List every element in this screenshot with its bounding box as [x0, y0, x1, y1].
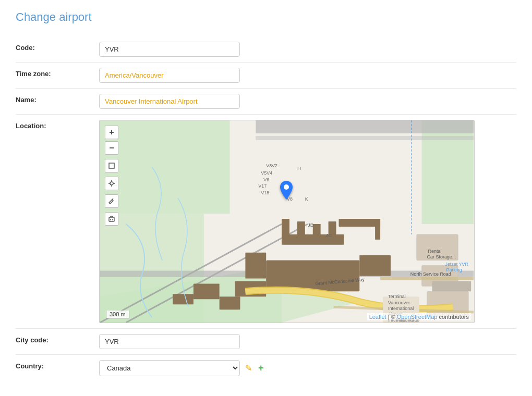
map-svg: V3V2 V5V4 V6 V17 V18 V7 V8 K JB JC H Van…: [100, 120, 474, 323]
edit-country-button[interactable]: ✎: [244, 362, 253, 374]
svg-rect-19: [338, 219, 380, 227]
svg-point-64: [284, 184, 289, 190]
svg-line-71: [112, 199, 113, 200]
country-wrapper: Canada United States ✎ +: [99, 360, 516, 376]
code-row: Code:: [16, 36, 516, 63]
fullscreen-button[interactable]: [105, 159, 118, 172]
delete-button[interactable]: [105, 212, 118, 226]
map-scale: 300 m: [106, 311, 129, 318]
svg-text:Car Storage...: Car Storage...: [427, 254, 456, 259]
svg-text:North Service Road: North Service Road: [410, 271, 451, 277]
page-title: Change airport: [16, 10, 516, 24]
airport-form: Code: Time zone: Name: Location:: [16, 36, 516, 381]
svg-text:International: International: [388, 306, 414, 311]
city-code-row: City code:: [16, 329, 516, 355]
map-marker: [280, 181, 293, 201]
svg-rect-16: [297, 221, 305, 236]
code-label: Code:: [16, 36, 99, 63]
svg-text:K: K: [305, 196, 308, 202]
city-code-label: City code:: [16, 329, 99, 355]
add-country-button[interactable]: +: [257, 362, 265, 375]
osm-link[interactable]: OpenStreetMap: [397, 314, 438, 320]
map-controls: + −: [105, 126, 118, 228]
svg-text:V3V2: V3V2: [266, 163, 277, 168]
country-select[interactable]: Canada United States: [99, 360, 240, 376]
svg-text:JB: JB: [308, 222, 314, 228]
city-code-field-cell: [99, 329, 516, 355]
svg-rect-28: [432, 281, 471, 291]
svg-text:Jetset YVR: Jetset YVR: [445, 262, 468, 267]
svg-rect-12: [245, 253, 266, 279]
zoom-out-button[interactable]: −: [105, 141, 118, 155]
svg-text:V17: V17: [258, 183, 267, 189]
svg-rect-22: [220, 296, 240, 310]
locate-button[interactable]: [105, 177, 118, 190]
svg-text:Vancouver: Vancouver: [388, 300, 410, 305]
timezone-label: Time zone:: [16, 63, 99, 89]
svg-text:Terminal: Terminal: [388, 294, 406, 299]
svg-rect-13: [359, 255, 391, 276]
svg-rect-15: [282, 219, 289, 237]
timezone-field-cell: [99, 63, 516, 89]
svg-text:Rental: Rental: [428, 249, 442, 254]
country-row: Country: Canada United States ✎ +: [16, 355, 516, 382]
svg-rect-24: [173, 294, 194, 304]
timezone-input[interactable]: [99, 68, 240, 83]
code-field-cell: [99, 36, 516, 63]
map-container[interactable]: V3V2 V5V4 V6 V17 V18 V7 V8 K JB JC H Van…: [99, 120, 475, 323]
code-input[interactable]: [99, 42, 240, 57]
svg-rect-9: [256, 120, 474, 133]
svg-text:V5V4: V5V4: [261, 170, 272, 176]
draw-button[interactable]: [105, 194, 118, 208]
svg-text:V6: V6: [263, 177, 269, 182]
city-code-input[interactable]: [99, 334, 240, 349]
name-label: Name:: [16, 89, 99, 115]
svg-rect-17: [313, 224, 321, 236]
svg-rect-65: [109, 163, 114, 168]
svg-point-66: [110, 182, 113, 185]
leaflet-link[interactable]: Leaflet: [369, 314, 386, 320]
svg-text:H: H: [297, 165, 301, 171]
svg-rect-10: [256, 136, 474, 140]
svg-rect-23: [194, 283, 220, 299]
svg-text:JC: JC: [326, 232, 332, 238]
country-label: Country:: [16, 355, 99, 382]
location-row: Location:: [16, 115, 516, 329]
name-input[interactable]: [99, 94, 240, 109]
name-field-cell: [99, 89, 516, 115]
svg-text:Parking: Parking: [446, 267, 462, 273]
svg-rect-1: [100, 120, 230, 214]
timezone-row: Time zone:: [16, 63, 516, 89]
country-field-cell: Canada United States ✎ +: [99, 355, 516, 382]
svg-text:V18: V18: [261, 190, 269, 195]
map-attribution: Leaflet | © OpenStreetMap contributors: [367, 313, 471, 320]
location-label: Location:: [16, 115, 99, 329]
name-row: Name:: [16, 89, 516, 115]
svg-rect-72: [109, 217, 114, 221]
zoom-in-button[interactable]: +: [105, 126, 118, 139]
svg-rect-20: [375, 219, 380, 240]
location-field-cell: V3V2 V5V4 V6 V17 V18 V7 V8 K JB JC H Van…: [99, 115, 516, 329]
